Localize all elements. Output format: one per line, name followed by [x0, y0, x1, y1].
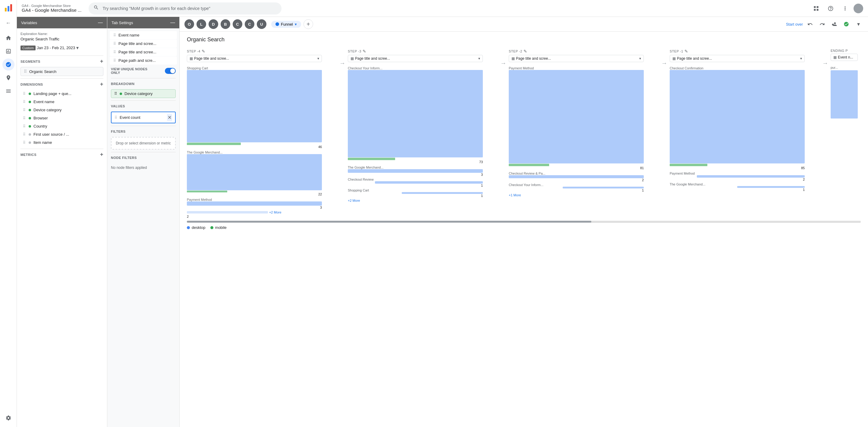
dim-active-dot: [29, 125, 31, 127]
step-item-page-path[interactable]: ⠿ Page path and scre...: [110, 56, 177, 64]
date-range[interactable]: Custom Jan 23 - Feb 21, 2023 ▾: [21, 45, 103, 51]
funnel-chart-container: STEP -4 ✎ ▦ Page title and scree... ▾: [187, 49, 861, 218]
search-bar[interactable]: Try searching "MoM growth in users for e…: [89, 2, 281, 14]
step-4-more-text[interactable]: +2 More: [269, 211, 281, 214]
svg-rect-0: [5, 8, 7, 11]
step-4-selector-label: Page title and scree...: [194, 56, 316, 61]
nav-advertising-icon[interactable]: [2, 72, 14, 84]
step-3-edit-icon[interactable]: ✎: [363, 49, 366, 54]
value-chip-event-count[interactable]: ⠿ Event count ✕: [111, 112, 176, 123]
step-4-bar-shopping-cart: Shopping Cart 46: [187, 66, 322, 149]
dim-landing-page[interactable]: ⠿ Landing page + que...: [21, 90, 103, 97]
metrics-add-button[interactable]: +: [100, 151, 103, 158]
share-button[interactable]: [830, 19, 839, 29]
step-4-bar-label-3: Payment Method: [187, 198, 212, 202]
view-unique-nodes-toggle[interactable]: [165, 68, 176, 74]
step-4-bar-mobile: [187, 143, 241, 145]
back-button[interactable]: ←: [2, 17, 14, 29]
exploration-name-value: Organic Search Traffic: [21, 37, 103, 41]
more-icon[interactable]: [839, 2, 851, 14]
step-2-selector[interactable]: ▦ Page title and scree... ▾: [509, 55, 644, 62]
user-avatar-U[interactable]: U: [257, 19, 267, 29]
help-icon[interactable]: [825, 2, 837, 14]
step-2-bar-checkout-review-pa: Checkout Review & Pa... 2: [509, 172, 644, 182]
step-1-selector-chevron-icon: ▾: [800, 56, 802, 61]
step-3-more-text[interactable]: +2 More: [348, 199, 360, 202]
breakdown-chip-device-category[interactable]: ⠿ Device category: [111, 89, 176, 98]
step-4-edit-icon[interactable]: ✎: [202, 49, 205, 54]
step-1-edit-icon[interactable]: ✎: [684, 49, 688, 54]
ending-selector-label: Event n...: [838, 55, 855, 59]
search-icon: [93, 5, 99, 12]
variables-panel-header: Variables —: [17, 17, 107, 28]
publish-button[interactable]: [841, 19, 851, 29]
user-avatar-O[interactable]: O: [184, 19, 194, 29]
step-item-page-title-1[interactable]: ⠿ Page title and scree...: [110, 39, 177, 48]
segment-organic-search[interactable]: ⠿ Organic Search: [21, 67, 103, 76]
nav-reports-icon[interactable]: [2, 45, 14, 57]
step-item-page-title-2[interactable]: ⠿ Page title and scree...: [110, 48, 177, 56]
ending-selector[interactable]: ▦ Event n...: [831, 54, 858, 61]
legend-desktop: desktop: [187, 225, 206, 230]
filter-drop-zone[interactable]: Drop or select dimension or metric: [111, 137, 176, 150]
dim-first-user-source[interactable]: ⠿ First user source / ...: [21, 130, 103, 138]
undo-button[interactable]: [805, 19, 815, 29]
date-range-chevron-icon: ▾: [76, 45, 79, 51]
grid-icon[interactable]: [810, 2, 822, 14]
step-4-more-link[interactable]: +2 More: [187, 211, 322, 214]
step-3-selector[interactable]: ▦ Page title and scree... ▾: [348, 55, 483, 62]
step-3-more-link[interactable]: +2 More: [348, 199, 483, 202]
redo-button[interactable]: [817, 19, 827, 29]
step-2-bar-payment: Payment Method 81: [509, 66, 644, 170]
step-3-selector-chevron-icon: ▾: [478, 56, 480, 61]
exploration-toolbar: O L D B C C U Funnel ▾ + Start over: [180, 17, 868, 32]
step-2-bar-checkout-your: Checkout Your Inform... 1: [509, 183, 644, 192]
dim-item-name[interactable]: ⠿ Item name: [21, 139, 103, 146]
dim-event-name[interactable]: ⠿ Event name: [21, 98, 103, 105]
user-avatar-D[interactable]: D: [209, 19, 218, 29]
user-avatar-B[interactable]: B: [221, 19, 230, 29]
step-2-more-link[interactable]: +1 More: [509, 193, 644, 197]
step-4-header: STEP -4 ✎: [187, 49, 205, 54]
step-2-edit-icon[interactable]: ✎: [524, 49, 527, 54]
step-2-more-text[interactable]: +1 More: [509, 193, 521, 197]
user-avatar-C2[interactable]: C: [245, 19, 254, 29]
dim-device-category[interactable]: ⠿ Device category: [21, 106, 103, 114]
variables-minimize-icon[interactable]: —: [98, 20, 103, 25]
technique-selector[interactable]: Funnel ▾: [271, 21, 301, 28]
step-1-selector[interactable]: ▦ Page title and scree... ▾: [670, 55, 805, 62]
nav-home-icon[interactable]: [2, 32, 14, 44]
step-1-bar-label-1: Checkout Confirmation: [670, 66, 704, 70]
ending-selector-icon: ▦: [833, 55, 837, 59]
user-avatar-L[interactable]: L: [196, 19, 206, 29]
dim-country[interactable]: ⠿ Country: [21, 122, 103, 130]
value-close-button[interactable]: ✕: [167, 114, 172, 121]
legend-desktop-dot: [187, 226, 190, 229]
step-1-bar-checkout-confirmation: Checkout Confirmation 85: [670, 66, 805, 170]
step-4-more-value: 2: [187, 215, 322, 218]
step-3-bar-google-merch: The Google Merchand... 3: [348, 165, 483, 176]
user-avatar[interactable]: [854, 4, 863, 13]
dim-label: Event name: [33, 99, 54, 104]
step-2-selector-icon: ▦: [512, 56, 515, 61]
start-over-button[interactable]: Start over: [786, 22, 803, 27]
segments-add-button[interactable]: +: [100, 58, 103, 64]
view-unique-nodes-label: VIEW UNIQUE NODES ONLY: [111, 67, 153, 74]
dimensions-add-button[interactable]: +: [100, 81, 103, 87]
step-4-selector[interactable]: ▦ Page title and scree... ▾: [187, 55, 322, 62]
nav-settings-icon[interactable]: [2, 412, 14, 424]
step-2-bars: Payment Method 81 Checkout Review & Pa..…: [509, 66, 644, 197]
nav-explore-icon[interactable]: [2, 59, 14, 70]
step-item-event-name[interactable]: ⠿ Event name: [110, 31, 177, 39]
step-4-selector-icon: ▦: [190, 56, 193, 61]
tab-settings-minimize-icon[interactable]: —: [170, 20, 175, 25]
add-tab-button[interactable]: +: [304, 19, 313, 29]
breakdown-dot: [120, 93, 122, 95]
step-label: Page title and scree...: [119, 41, 156, 46]
dim-browser[interactable]: ⠿ Browser: [21, 114, 103, 122]
drag-handle-icon: ⠿: [23, 124, 26, 128]
nav-menu-icon[interactable]: [2, 85, 14, 97]
publish-chevron-icon[interactable]: ▾: [854, 19, 863, 29]
user-avatar-C1[interactable]: C: [233, 19, 242, 29]
step-3-bar-mobile: [348, 158, 395, 160]
